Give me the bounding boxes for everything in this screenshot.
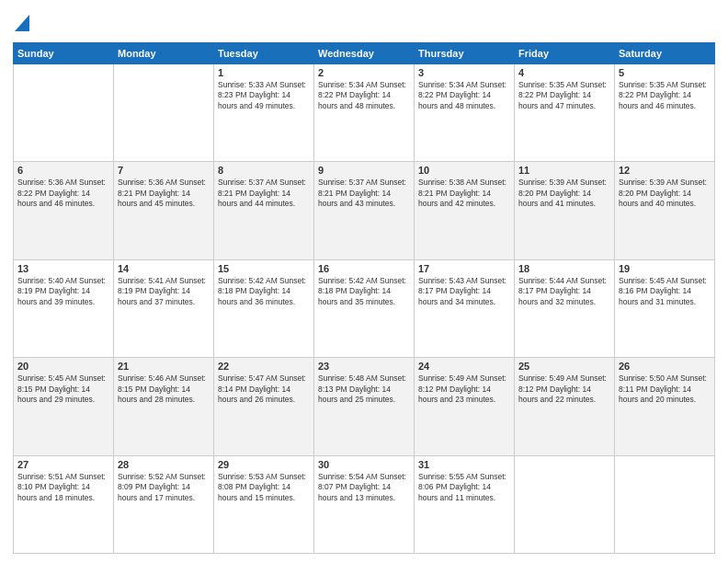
calendar-cell: 9Sunrise: 5:37 AM Sunset: 8:21 PM Daylig… <box>314 162 415 259</box>
day-number: 3 <box>418 67 510 78</box>
calendar-cell: 2Sunrise: 5:34 AM Sunset: 8:22 PM Daylig… <box>314 64 415 162</box>
day-info: Sunrise: 5:50 AM Sunset: 8:11 PM Dayligh… <box>619 373 711 405</box>
day-number: 25 <box>518 361 610 372</box>
day-info: Sunrise: 5:34 AM Sunset: 8:22 PM Dayligh… <box>418 80 510 111</box>
calendar-week-row: 20Sunrise: 5:45 AM Sunset: 8:15 PM Dayli… <box>14 358 715 455</box>
calendar-cell: 10Sunrise: 5:38 AM Sunset: 8:21 PM Dayli… <box>415 162 515 259</box>
calendar-cell: 30Sunrise: 5:54 AM Sunset: 8:07 PM Dayli… <box>314 455 415 553</box>
calendar-cell: 28Sunrise: 5:52 AM Sunset: 8:09 PM Dayli… <box>114 455 214 553</box>
day-info: Sunrise: 5:52 AM Sunset: 8:09 PM Dayligh… <box>118 472 210 503</box>
day-number: 7 <box>118 165 210 176</box>
day-number: 18 <box>518 263 610 274</box>
day-number: 2 <box>318 67 410 78</box>
day-number: 19 <box>619 263 711 274</box>
calendar-cell: 15Sunrise: 5:42 AM Sunset: 8:18 PM Dayli… <box>214 259 314 357</box>
day-number: 12 <box>619 165 711 176</box>
day-info: Sunrise: 5:51 AM Sunset: 8:10 PM Dayligh… <box>17 472 109 503</box>
calendar-cell: 19Sunrise: 5:45 AM Sunset: 8:16 PM Dayli… <box>615 259 715 357</box>
calendar-week-row: 27Sunrise: 5:51 AM Sunset: 8:10 PM Dayli… <box>14 455 715 553</box>
day-number: 8 <box>218 165 310 176</box>
day-info: Sunrise: 5:37 AM Sunset: 8:21 PM Dayligh… <box>318 178 410 209</box>
svg-marker-0 <box>15 15 29 31</box>
logo-icon <box>15 11 29 31</box>
calendar-cell: 1Sunrise: 5:33 AM Sunset: 8:23 PM Daylig… <box>214 64 314 162</box>
calendar-cell: 27Sunrise: 5:51 AM Sunset: 8:10 PM Dayli… <box>14 455 114 553</box>
day-number: 13 <box>17 263 109 274</box>
day-info: Sunrise: 5:36 AM Sunset: 8:22 PM Dayligh… <box>17 178 109 209</box>
day-info: Sunrise: 5:42 AM Sunset: 8:18 PM Dayligh… <box>318 276 410 307</box>
day-info: Sunrise: 5:43 AM Sunset: 8:17 PM Dayligh… <box>418 276 510 307</box>
weekday-header: Thursday <box>415 43 515 64</box>
day-number: 16 <box>318 263 410 274</box>
calendar-cell <box>515 455 615 553</box>
day-info: Sunrise: 5:55 AM Sunset: 8:06 PM Dayligh… <box>418 472 510 503</box>
calendar-cell: 6Sunrise: 5:36 AM Sunset: 8:22 PM Daylig… <box>14 162 114 259</box>
day-number: 9 <box>318 165 410 176</box>
page: SundayMondayTuesdayWednesdayThursdayFrid… <box>0 0 728 563</box>
calendar-cell <box>615 455 715 553</box>
weekday-header: Sunday <box>14 43 114 64</box>
calendar-cell: 21Sunrise: 5:46 AM Sunset: 8:15 PM Dayli… <box>114 358 214 455</box>
day-number: 17 <box>418 263 510 274</box>
day-info: Sunrise: 5:37 AM Sunset: 8:21 PM Dayligh… <box>218 178 310 209</box>
day-info: Sunrise: 5:49 AM Sunset: 8:12 PM Dayligh… <box>518 373 610 405</box>
calendar-week-row: 1Sunrise: 5:33 AM Sunset: 8:23 PM Daylig… <box>14 64 715 162</box>
day-number: 21 <box>118 361 210 372</box>
calendar-cell: 4Sunrise: 5:35 AM Sunset: 8:22 PM Daylig… <box>515 64 615 162</box>
day-info: Sunrise: 5:34 AM Sunset: 8:22 PM Dayligh… <box>318 80 410 111</box>
day-number: 30 <box>318 459 410 470</box>
calendar-cell: 8Sunrise: 5:37 AM Sunset: 8:21 PM Daylig… <box>214 162 314 259</box>
weekday-header: Tuesday <box>214 43 314 64</box>
day-info: Sunrise: 5:45 AM Sunset: 8:15 PM Dayligh… <box>17 373 109 405</box>
day-info: Sunrise: 5:33 AM Sunset: 8:23 PM Dayligh… <box>218 80 310 111</box>
calendar-cell: 17Sunrise: 5:43 AM Sunset: 8:17 PM Dayli… <box>415 259 515 357</box>
calendar-cell: 20Sunrise: 5:45 AM Sunset: 8:15 PM Dayli… <box>14 358 114 455</box>
calendar-week-row: 13Sunrise: 5:40 AM Sunset: 8:19 PM Dayli… <box>14 259 715 357</box>
day-number: 6 <box>17 165 109 176</box>
calendar-cell <box>114 64 214 162</box>
weekday-header: Wednesday <box>314 43 415 64</box>
day-number: 1 <box>218 67 310 78</box>
calendar-cell: 16Sunrise: 5:42 AM Sunset: 8:18 PM Dayli… <box>314 259 415 357</box>
day-info: Sunrise: 5:45 AM Sunset: 8:16 PM Dayligh… <box>619 276 711 307</box>
day-info: Sunrise: 5:44 AM Sunset: 8:17 PM Dayligh… <box>518 276 610 307</box>
day-info: Sunrise: 5:49 AM Sunset: 8:12 PM Dayligh… <box>418 373 510 405</box>
calendar-cell: 22Sunrise: 5:47 AM Sunset: 8:14 PM Dayli… <box>214 358 314 455</box>
day-number: 27 <box>17 459 109 470</box>
calendar-cell: 5Sunrise: 5:35 AM Sunset: 8:22 PM Daylig… <box>615 64 715 162</box>
day-number: 14 <box>118 263 210 274</box>
day-info: Sunrise: 5:35 AM Sunset: 8:22 PM Dayligh… <box>619 80 711 111</box>
day-number: 20 <box>17 361 109 372</box>
calendar-cell: 12Sunrise: 5:39 AM Sunset: 8:20 PM Dayli… <box>615 162 715 259</box>
logo <box>13 9 29 35</box>
calendar-cell: 18Sunrise: 5:44 AM Sunset: 8:17 PM Dayli… <box>515 259 615 357</box>
day-number: 10 <box>418 165 510 176</box>
day-number: 31 <box>418 459 510 470</box>
calendar-cell: 14Sunrise: 5:41 AM Sunset: 8:19 PM Dayli… <box>114 259 214 357</box>
calendar-table: SundayMondayTuesdayWednesdayThursdayFrid… <box>13 42 715 554</box>
calendar-week-row: 6Sunrise: 5:36 AM Sunset: 8:22 PM Daylig… <box>14 162 715 259</box>
day-info: Sunrise: 5:36 AM Sunset: 8:21 PM Dayligh… <box>118 178 210 209</box>
day-number: 15 <box>218 263 310 274</box>
day-info: Sunrise: 5:42 AM Sunset: 8:18 PM Dayligh… <box>218 276 310 307</box>
calendar-cell: 11Sunrise: 5:39 AM Sunset: 8:20 PM Dayli… <box>515 162 615 259</box>
weekday-header: Friday <box>515 43 615 64</box>
day-info: Sunrise: 5:35 AM Sunset: 8:22 PM Dayligh… <box>518 80 610 111</box>
calendar-cell: 29Sunrise: 5:53 AM Sunset: 8:08 PM Dayli… <box>214 455 314 553</box>
day-number: 28 <box>118 459 210 470</box>
day-number: 23 <box>318 361 410 372</box>
calendar-cell: 31Sunrise: 5:55 AM Sunset: 8:06 PM Dayli… <box>415 455 515 553</box>
day-info: Sunrise: 5:53 AM Sunset: 8:08 PM Dayligh… <box>218 472 310 503</box>
calendar-cell: 24Sunrise: 5:49 AM Sunset: 8:12 PM Dayli… <box>415 358 515 455</box>
day-info: Sunrise: 5:40 AM Sunset: 8:19 PM Dayligh… <box>17 276 109 307</box>
weekday-header: Saturday <box>615 43 715 64</box>
day-info: Sunrise: 5:39 AM Sunset: 8:20 PM Dayligh… <box>619 178 711 209</box>
calendar-cell <box>14 64 114 162</box>
day-number: 26 <box>619 361 711 372</box>
day-info: Sunrise: 5:41 AM Sunset: 8:19 PM Dayligh… <box>118 276 210 307</box>
calendar-cell: 25Sunrise: 5:49 AM Sunset: 8:12 PM Dayli… <box>515 358 615 455</box>
day-number: 22 <box>218 361 310 372</box>
day-info: Sunrise: 5:46 AM Sunset: 8:15 PM Dayligh… <box>118 373 210 405</box>
day-number: 11 <box>518 165 610 176</box>
calendar-cell: 26Sunrise: 5:50 AM Sunset: 8:11 PM Dayli… <box>615 358 715 455</box>
